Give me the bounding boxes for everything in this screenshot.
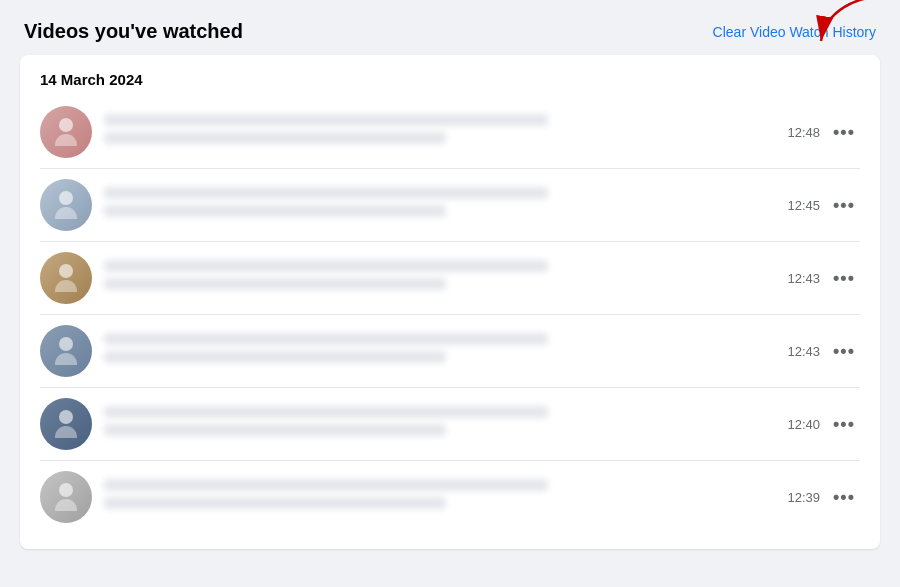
- more-options-button[interactable]: •••: [828, 408, 860, 440]
- content-card: 14 March 2024 12:48 •••: [20, 55, 880, 549]
- person-avatar-shape: [52, 191, 80, 219]
- video-item: 12:43 •••: [40, 242, 860, 315]
- video-list: 12:48 ••• 12:45 •••: [40, 96, 860, 533]
- video-meta: 12:40 •••: [787, 408, 860, 440]
- video-title-blurred: [104, 479, 548, 491]
- video-title-blurred: [104, 406, 548, 418]
- video-info: [104, 333, 787, 369]
- page-title: Videos you've watched: [24, 20, 243, 43]
- page-wrapper: Videos you've watched Clear Video Watch …: [20, 20, 880, 549]
- video-subtitle-blurred: [104, 278, 446, 290]
- video-timestamp: 12:48: [787, 125, 820, 140]
- thumbnail-image: [40, 471, 92, 523]
- video-subtitle-blurred: [104, 351, 446, 363]
- clear-history-wrapper: Clear Video Watch History: [713, 23, 876, 41]
- video-meta: 12:43 •••: [787, 262, 860, 294]
- avatar-head: [59, 337, 73, 351]
- video-timestamp: 12:43: [787, 271, 820, 286]
- video-item: 12:48 •••: [40, 96, 860, 169]
- video-timestamp: 12:40: [787, 417, 820, 432]
- avatar-head: [59, 264, 73, 278]
- person-avatar-shape: [52, 483, 80, 511]
- video-info: [104, 114, 787, 150]
- person-avatar-shape: [52, 264, 80, 292]
- video-subtitle-blurred: [104, 132, 446, 144]
- video-info: [104, 260, 787, 296]
- video-meta: 12:39 •••: [787, 481, 860, 513]
- avatar-head: [59, 483, 73, 497]
- more-options-button[interactable]: •••: [828, 116, 860, 148]
- video-item: 12:45 •••: [40, 169, 860, 242]
- person-avatar-shape: [52, 118, 80, 146]
- more-options-button[interactable]: •••: [828, 335, 860, 367]
- video-info: [104, 479, 787, 515]
- person-avatar-shape: [52, 337, 80, 365]
- video-timestamp: 12:39: [787, 490, 820, 505]
- avatar-head: [59, 118, 73, 132]
- date-section-label: 14 March 2024: [40, 71, 860, 88]
- video-meta: 12:45 •••: [787, 189, 860, 221]
- thumbnail-image: [40, 106, 92, 158]
- avatar-body: [55, 499, 77, 511]
- video-title-blurred: [104, 187, 548, 199]
- avatar-body: [55, 134, 77, 146]
- avatar-head: [59, 191, 73, 205]
- video-item: 12:43 •••: [40, 315, 860, 388]
- more-options-button[interactable]: •••: [828, 481, 860, 513]
- avatar-body: [55, 426, 77, 438]
- video-thumbnail: [40, 179, 92, 231]
- video-meta: 12:48 •••: [787, 116, 860, 148]
- clear-video-watch-history-link[interactable]: Clear Video Watch History: [713, 24, 876, 40]
- video-thumbnail: [40, 325, 92, 377]
- video-subtitle-blurred: [104, 205, 446, 217]
- video-title-blurred: [104, 260, 548, 272]
- video-item: 12:39 •••: [40, 461, 860, 533]
- avatar-body: [55, 353, 77, 365]
- page-header: Videos you've watched Clear Video Watch …: [20, 20, 880, 43]
- video-thumbnail: [40, 398, 92, 450]
- video-timestamp: 12:43: [787, 344, 820, 359]
- video-item: 12:40 •••: [40, 388, 860, 461]
- thumbnail-image: [40, 252, 92, 304]
- avatar-body: [55, 280, 77, 292]
- video-thumbnail: [40, 471, 92, 523]
- avatar-head: [59, 410, 73, 424]
- more-options-button[interactable]: •••: [828, 189, 860, 221]
- thumbnail-image: [40, 398, 92, 450]
- video-thumbnail: [40, 252, 92, 304]
- video-title-blurred: [104, 114, 548, 126]
- video-title-blurred: [104, 333, 548, 345]
- person-avatar-shape: [52, 410, 80, 438]
- avatar-body: [55, 207, 77, 219]
- video-subtitle-blurred: [104, 497, 446, 509]
- video-thumbnail: [40, 106, 92, 158]
- thumbnail-image: [40, 325, 92, 377]
- video-info: [104, 187, 787, 223]
- more-options-button[interactable]: •••: [828, 262, 860, 294]
- video-timestamp: 12:45: [787, 198, 820, 213]
- video-meta: 12:43 •••: [787, 335, 860, 367]
- thumbnail-image: [40, 179, 92, 231]
- video-info: [104, 406, 787, 442]
- video-subtitle-blurred: [104, 424, 446, 436]
